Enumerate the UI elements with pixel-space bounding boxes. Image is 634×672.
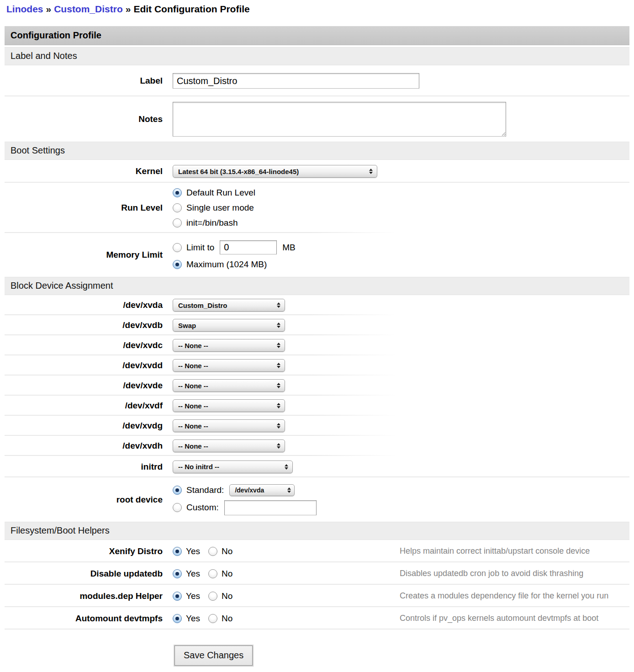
no-label: No bbox=[222, 614, 232, 624]
section-label-and-notes: Label and Notes bbox=[5, 47, 629, 65]
modules-dep-help: Creates a modules dependency file for th… bbox=[400, 591, 608, 601]
run-level-label: Run Level bbox=[5, 203, 168, 213]
memory-limit-input[interactable] bbox=[220, 240, 277, 254]
table-header: Configuration Profile bbox=[5, 26, 629, 45]
automount-devtmpfs-yes-radio[interactable] bbox=[173, 614, 182, 623]
breadcrumb: Linodes»Custom_Distro»Edit Configuration… bbox=[6, 4, 634, 15]
device-xvde-select[interactable]: -- None -- bbox=[173, 379, 285, 392]
root-device-label: root device bbox=[5, 495, 168, 505]
device-xvdf-select[interactable]: -- None -- bbox=[173, 399, 285, 412]
device-xvdc-select[interactable]: -- None -- bbox=[173, 339, 285, 352]
no-label: No bbox=[222, 569, 232, 579]
helper-row-xenify-distro: Xenify Distro Yes No Helps maintain corr… bbox=[5, 540, 629, 562]
device-xvde-select-value: -- None -- bbox=[178, 382, 208, 390]
device-xvdf-label: /dev/xvdf bbox=[5, 401, 168, 411]
device-row-xvdf: /dev/xvdf -- None -- bbox=[5, 396, 629, 416]
device-row-xvdd: /dev/xvdd -- None -- bbox=[5, 355, 629, 376]
notes-field-label: Notes bbox=[5, 114, 168, 124]
root-standard-select[interactable]: /dev/xvda bbox=[229, 484, 295, 496]
memory-limit-to-label: Limit to bbox=[186, 243, 214, 253]
xenify-distro-label: Xenify Distro bbox=[5, 546, 168, 556]
run-level-row: Run Level Default Run Level Single user … bbox=[5, 183, 629, 233]
root-standard-label: Standard: bbox=[186, 485, 224, 495]
device-xvdg-select[interactable]: -- None -- bbox=[173, 419, 285, 432]
breadcrumb-link-linodes[interactable]: Linodes bbox=[6, 4, 43, 14]
modules-dep-label: modules.dep Helper bbox=[5, 591, 168, 601]
initrd-select[interactable]: -- No initrd -- bbox=[173, 460, 293, 473]
root-device-row: root device Standard: /dev/xvda Custom: bbox=[5, 477, 629, 522]
save-changes-button[interactable]: Save Changes bbox=[174, 646, 253, 666]
select-arrows-icon bbox=[369, 169, 373, 174]
disable-updatedb-help: Disables updatedb cron job to avoid disk… bbox=[400, 569, 583, 578]
yes-label: Yes bbox=[186, 614, 200, 624]
device-xvdh-label: /dev/xvdh bbox=[5, 441, 168, 451]
memory-limit-row: Memory Limit Limit to MB Maximum (1024 M… bbox=[5, 233, 629, 277]
device-xvdd-label: /dev/xvdd bbox=[5, 360, 168, 370]
run-level-default-radio[interactable] bbox=[173, 188, 182, 197]
no-label: No bbox=[222, 591, 232, 601]
select-arrows-icon bbox=[277, 403, 280, 408]
device-xvde-label: /dev/xvde bbox=[5, 381, 168, 391]
run-level-single-user-radio[interactable] bbox=[173, 203, 182, 212]
xenify-distro-no-radio[interactable] bbox=[208, 547, 217, 556]
run-level-init-bash-label: init=/bin/bash bbox=[186, 218, 238, 228]
disable-updatedb-no-radio[interactable] bbox=[208, 569, 217, 578]
device-row-xvda: /dev/xvda Custom_Distro bbox=[5, 295, 629, 315]
initrd-select-value: -- No initrd -- bbox=[178, 463, 219, 471]
device-xvda-select[interactable]: Custom_Distro bbox=[173, 299, 285, 312]
device-xvdb-select[interactable]: Swap bbox=[173, 319, 285, 332]
notes-row: Notes bbox=[5, 96, 629, 142]
device-xvda-select-value: Custom_Distro bbox=[178, 302, 227, 309]
device-xvdb-select-value: Swap bbox=[178, 322, 196, 329]
breadcrumb-link-linode[interactable]: Custom_Distro bbox=[54, 4, 123, 14]
label-field-label: Label bbox=[5, 76, 168, 86]
memory-limit-to-radio[interactable] bbox=[173, 243, 182, 252]
device-row-xvde: /dev/xvde -- None -- bbox=[5, 376, 629, 396]
root-custom-radio[interactable] bbox=[173, 503, 182, 512]
run-level-single-user-label: Single user mode bbox=[186, 203, 254, 213]
yes-label: Yes bbox=[186, 569, 200, 579]
device-xvdb-label: /dev/xvdb bbox=[5, 320, 168, 330]
automount-devtmpfs-no-radio[interactable] bbox=[208, 614, 217, 623]
select-arrows-icon bbox=[277, 443, 280, 449]
root-custom-input[interactable] bbox=[224, 500, 317, 515]
label-input[interactable] bbox=[173, 73, 419, 89]
device-xvdc-select-value: -- None -- bbox=[178, 342, 208, 349]
run-level-init-bash-radio[interactable] bbox=[173, 218, 182, 228]
device-row-xvdg: /dev/xvdg -- None -- bbox=[5, 416, 629, 436]
section-boot-settings: Boot Settings bbox=[5, 142, 629, 160]
device-xvdd-select-value: -- None -- bbox=[178, 362, 208, 370]
xenify-distro-yes-radio[interactable] bbox=[173, 547, 182, 556]
kernel-row: Kernel Latest 64 bit (3.15.4-x86_64-lino… bbox=[5, 160, 629, 183]
root-standard-radio[interactable] bbox=[173, 486, 182, 495]
run-level-default-label: Default Run Level bbox=[186, 188, 255, 198]
automount-devtmpfs-label: Automount devtmpfs bbox=[5, 614, 168, 624]
device-row-xvdb: /dev/xvdb Swap bbox=[5, 315, 629, 335]
device-row-xvdh: /dev/xvdh -- None -- bbox=[5, 436, 629, 456]
modules-dep-no-radio[interactable] bbox=[208, 592, 217, 601]
select-arrows-icon bbox=[277, 363, 280, 368]
select-arrows-icon bbox=[277, 423, 280, 429]
notes-textarea[interactable] bbox=[173, 102, 506, 137]
kernel-select[interactable]: Latest 64 bit (3.15.4-x86_64-linode45) bbox=[173, 165, 377, 178]
device-xvdf-select-value: -- None -- bbox=[178, 402, 208, 410]
device-xvdh-select-value: -- None -- bbox=[178, 442, 208, 450]
memory-limit-label: Memory Limit bbox=[5, 250, 168, 260]
memory-maximum-radio[interactable] bbox=[173, 260, 182, 269]
yes-label: Yes bbox=[186, 546, 200, 556]
device-xvdh-select[interactable]: -- None -- bbox=[173, 439, 285, 452]
select-arrows-icon bbox=[277, 383, 280, 388]
device-xvdg-label: /dev/xvdg bbox=[5, 421, 168, 431]
memory-limit-unit: MB bbox=[282, 243, 296, 253]
kernel-select-value: Latest 64 bit (3.15.4-x86_64-linode45) bbox=[178, 168, 299, 175]
disable-updatedb-yes-radio[interactable] bbox=[173, 569, 182, 578]
xenify-distro-help: Helps maintain correct inittab/upstart c… bbox=[400, 546, 590, 556]
device-xvdg-select-value: -- None -- bbox=[178, 422, 208, 430]
select-arrows-icon bbox=[277, 302, 280, 308]
modules-dep-yes-radio[interactable] bbox=[173, 592, 182, 601]
helper-row-disable-updatedb: Disable updatedb Yes No Disables updated… bbox=[5, 562, 629, 585]
configuration-profile-table: Configuration Profile Label and Notes La… bbox=[5, 26, 629, 666]
page-title: Edit Configuration Profile bbox=[133, 4, 249, 14]
helper-row-modules-dep: modules.dep Helper Yes No Creates a modu… bbox=[5, 585, 629, 607]
device-xvdd-select[interactable]: -- None -- bbox=[173, 359, 285, 372]
